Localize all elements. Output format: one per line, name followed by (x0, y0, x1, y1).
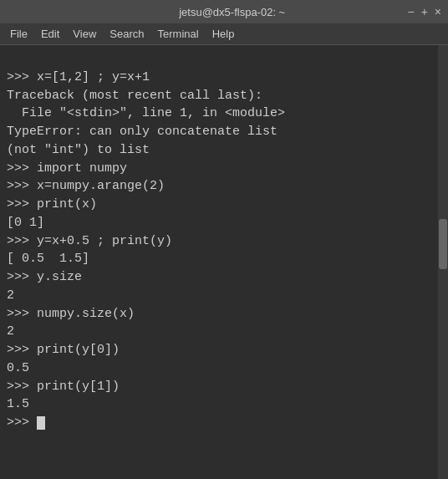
window-controls: − + × (407, 6, 441, 18)
menu-edit[interactable]: Edit (34, 26, 66, 42)
menu-help[interactable]: Help (206, 26, 242, 42)
line-2: Traceback (most recent call last): (7, 89, 262, 103)
title-bar: jetsu@dx5-flspa-02: ~ − + × (0, 0, 448, 23)
menu-file[interactable]: File (3, 26, 34, 42)
line-9: [0 1] (7, 216, 44, 230)
line-10: >>> y=x+0.5 ; print(y) (7, 234, 172, 248)
terminal-output: >>> x=[1,2] ; y=x+1 Traceback (most rece… (7, 50, 441, 451)
line-17: 0.5 (7, 361, 29, 375)
line-16: >>> print(y[0]) (7, 343, 120, 357)
line-6: >>> import numpy (7, 161, 127, 176)
line-1: >>> x=[1,2] ; y=x+1 (7, 70, 150, 84)
menu-terminal[interactable]: Terminal (151, 26, 206, 42)
line-14: >>> numpy.size(x) (7, 307, 135, 321)
line-15: 2 (7, 324, 14, 339)
line-18: >>> print(y[1]) (7, 380, 120, 394)
close-button[interactable]: × (435, 6, 441, 18)
minimize-button[interactable]: − (407, 6, 414, 18)
scrollbar-thumb[interactable] (439, 219, 447, 269)
terminal-cursor (37, 416, 45, 430)
line-19: 1.5 (7, 397, 29, 411)
scrollbar[interactable] (438, 45, 448, 479)
menu-bar: File Edit View Search Terminal Help (0, 23, 448, 45)
line-11: [ 0.5 1.5] (7, 252, 89, 266)
line-5: (not "int") to list (7, 143, 150, 157)
line-13: 2 (7, 288, 14, 303)
line-12: >>> y.size (7, 270, 82, 284)
window-title: jetsu@dx5-flspa-02: ~ (57, 6, 407, 18)
line-8: >>> print(x) (7, 197, 97, 211)
line-3: File "<stdin>", line 1, in <module> (7, 106, 285, 120)
terminal-window: jetsu@dx5-flspa-02: ~ − + × File Edit Vi… (0, 0, 448, 479)
line-20: >>> (7, 415, 45, 430)
terminal-body[interactable]: >>> x=[1,2] ; y=x+1 Traceback (most rece… (0, 45, 448, 479)
line-7: >>> x=numpy.arange(2) (7, 179, 165, 193)
line-4: TypeError: can only concatenate list (7, 125, 277, 139)
menu-view[interactable]: View (66, 26, 103, 42)
menu-search[interactable]: Search (103, 26, 150, 42)
maximize-button[interactable]: + (421, 6, 428, 18)
